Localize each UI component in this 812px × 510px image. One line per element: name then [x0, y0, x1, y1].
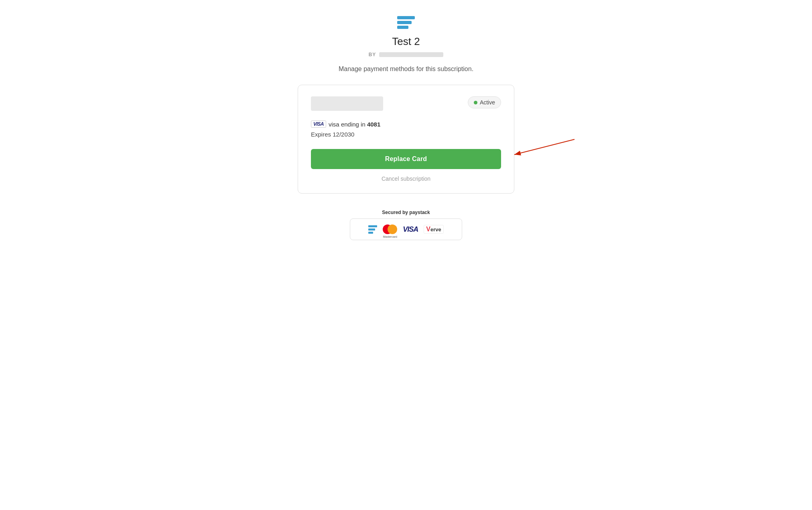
logo-bar-1: [397, 16, 415, 19]
card-info: VISA visa ending in 4081 Expires 12/2030: [311, 120, 501, 138]
svg-line-1: [514, 139, 574, 155]
arrow-annotation: [506, 135, 579, 161]
logo-bar-2: [397, 21, 412, 24]
arrow-svg: [506, 135, 579, 159]
page-container: Test 2 BY Manage payment methods for thi…: [294, 16, 518, 240]
card-holder-name-placeholder: [311, 96, 383, 111]
card-brand-label: visa: [329, 121, 339, 128]
expiry-date: 12/2030: [333, 131, 354, 138]
panel-wrapper: Active VISA visa ending in 4081 Expire: [298, 85, 514, 194]
active-label: Active: [480, 99, 495, 106]
visa-icon: VISA: [403, 225, 418, 234]
page-title: Test 2: [392, 35, 420, 48]
payment-icons-box: Mastercard VISA V erve: [350, 218, 462, 240]
mc-label: Mastercard: [383, 235, 397, 238]
replace-card-button[interactable]: Replace Card: [311, 149, 501, 169]
mc-circle-right: [388, 224, 397, 234]
mastercard-icon: Mastercard: [383, 224, 397, 234]
logo-bar-3: [397, 26, 408, 29]
verve-icon: V erve: [424, 225, 443, 234]
paystack-mini-bar-3: [368, 232, 373, 234]
card-expiry: Expires 12/2030: [311, 131, 501, 138]
by-row: BY: [369, 52, 444, 57]
card-panel: Active VISA visa ending in 4081 Expire: [298, 85, 514, 194]
by-label: BY: [369, 52, 376, 57]
visa-logo-text: VISA: [313, 121, 324, 127]
card-last4: 4081: [367, 121, 380, 128]
expiry-label: Expires: [311, 131, 331, 138]
secured-brand: paystack: [409, 210, 430, 215]
visa-logo-badge: VISA: [311, 120, 326, 128]
paystack-mini-bar-1: [368, 225, 377, 227]
card-header: Active: [311, 96, 501, 111]
active-badge: Active: [468, 96, 501, 108]
secured-section: Secured by paystack Mastercard VISA V er…: [350, 210, 462, 240]
paystack-mini-icon: [368, 225, 377, 234]
secured-label: Secured by paystack: [382, 210, 430, 215]
card-ending-label: ending in: [341, 121, 367, 128]
logo-icon: [397, 16, 415, 29]
card-brand-row: VISA visa ending in 4081: [311, 120, 501, 128]
secured-by-text: Secured by: [382, 210, 408, 215]
paystack-mini-bar-2: [368, 228, 375, 231]
subtitle-text: Manage payment methods for this subscrip…: [339, 65, 473, 73]
card-number-text: visa ending in 4081: [329, 121, 380, 128]
verve-v: V: [426, 226, 430, 233]
active-dot: [474, 101, 477, 104]
cancel-subscription-button[interactable]: Cancel subscription: [311, 175, 501, 182]
merchant-name-placeholder: [379, 52, 443, 57]
verve-erve: erve: [430, 226, 441, 233]
